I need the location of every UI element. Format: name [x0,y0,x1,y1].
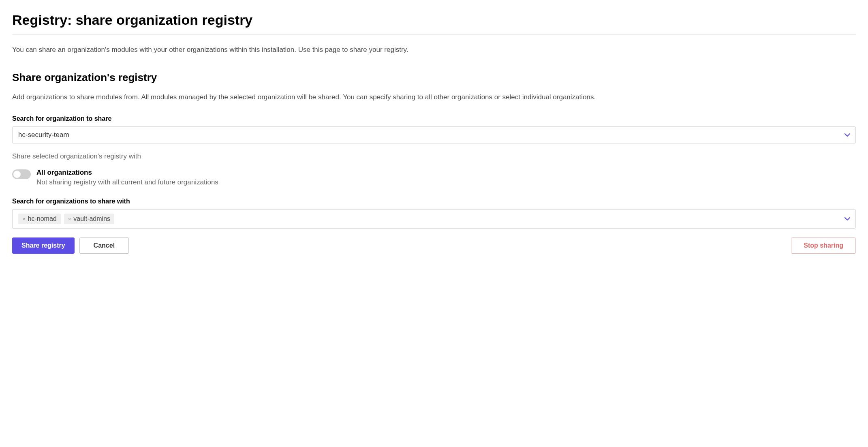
tag-remove-icon[interactable]: × [22,216,26,222]
source-org-label: Search for organization to share [12,115,856,122]
share-registry-button[interactable]: Share registry [12,237,75,254]
tags-wrapper: × hc-nomad × vault-admins [18,214,114,224]
all-orgs-toggle-row: All organizations Not sharing registry w… [12,169,856,186]
target-orgs-select[interactable]: × hc-nomad × vault-admins [12,209,856,229]
source-org-value: hc-security-team [18,131,69,139]
page-title: Registry: share organization registry [12,12,856,35]
source-org-select[interactable]: hc-security-team [12,126,856,143]
all-orgs-toggle[interactable] [12,169,31,179]
toggle-subtitle: Not sharing registry with all current an… [36,178,218,186]
section-heading: Share organization's registry [12,71,856,84]
page-description: You can share an organization's modules … [12,45,856,55]
share-with-label: Share selected organization's registry w… [12,152,856,160]
tag-label: vault-admins [73,215,110,222]
tag-label: hc-nomad [28,215,57,222]
toggle-text: All organizations Not sharing registry w… [36,169,218,186]
section-description: Add organizations to share modules from.… [12,92,856,103]
target-orgs-label: Search for organizations to share with [12,198,856,205]
toggle-knob [13,171,21,178]
tag-remove-icon[interactable]: × [68,216,71,222]
button-row: Share registry Cancel Stop sharing [12,237,856,254]
stop-sharing-button[interactable]: Stop sharing [791,237,856,254]
toggle-title: All organizations [36,169,218,177]
tag-hc-nomad: × hc-nomad [18,214,61,224]
cancel-button[interactable]: Cancel [79,237,129,254]
tag-vault-admins: × vault-admins [64,214,114,224]
